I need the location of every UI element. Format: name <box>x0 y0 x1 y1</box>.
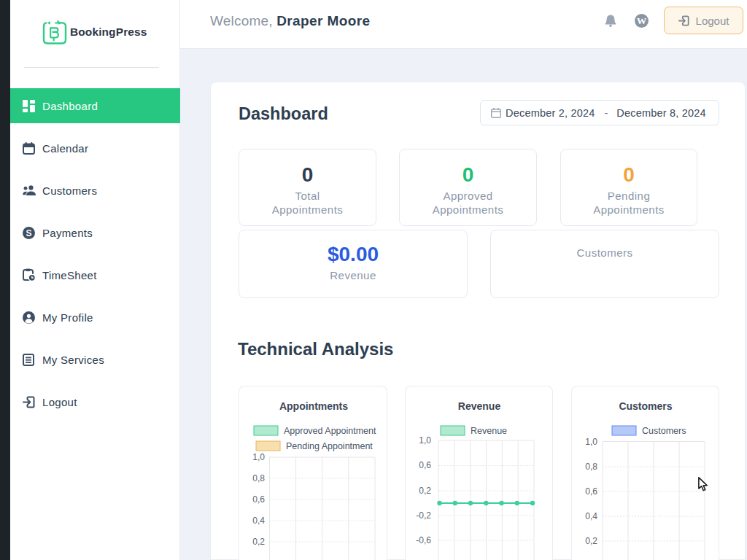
svg-text:0,8: 0,8 <box>252 473 265 483</box>
svg-text:0,4: 0,4 <box>585 511 597 521</box>
svg-text:Customers: Customers <box>619 400 672 412</box>
svg-text:0,2: 0,2 <box>585 536 597 546</box>
svg-text:0,4: 0,4 <box>252 516 265 526</box>
svg-text:W: W <box>637 15 647 26</box>
svg-text:0,6: 0,6 <box>585 486 597 497</box>
svg-text:0,2: 0,2 <box>419 486 431 496</box>
svg-text:1,0: 1,0 <box>252 452 265 462</box>
svg-text:0,2: 0,2 <box>252 537 265 547</box>
svg-text:-0,2: -0,2 <box>416 510 431 521</box>
svg-text:-0,6: -0,6 <box>416 535 431 545</box>
svg-text:Appointments: Appointments <box>279 400 348 412</box>
svg-text:Pending Appointment: Pending Appointment <box>286 441 373 451</box>
svg-text:Revenue: Revenue <box>458 400 501 412</box>
svg-text:S: S <box>26 228 31 238</box>
svg-text:Approved Appointment: Approved Appointment <box>284 426 376 436</box>
svg-text:1,0: 1,0 <box>585 437 597 447</box>
svg-text:Customers: Customers <box>642 426 686 436</box>
svg-text:0,6: 0,6 <box>252 494 265 505</box>
svg-text:0,6: 0,6 <box>419 460 431 470</box>
svg-text:0,8: 0,8 <box>585 462 597 472</box>
svg-text:1,0: 1,0 <box>419 435 431 446</box>
svg-text:Revenue: Revenue <box>471 426 507 436</box>
